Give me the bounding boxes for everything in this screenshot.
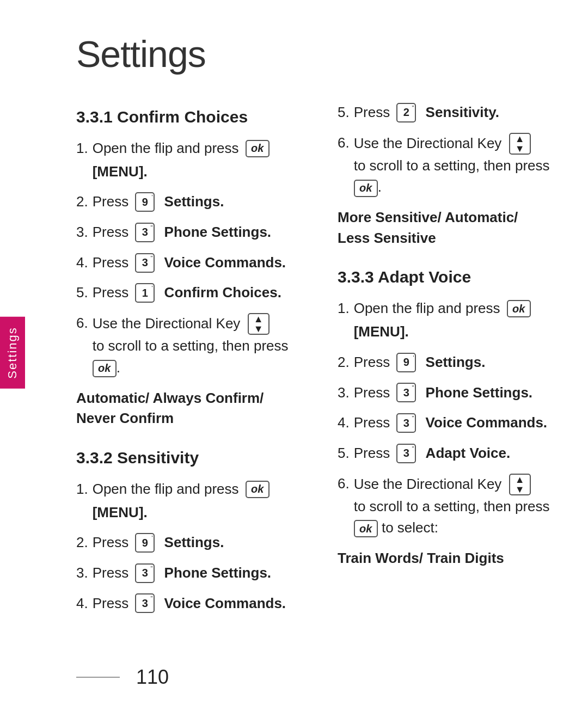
dir-key-icon: ▲▼ <box>248 313 270 335</box>
step-333-1: 1. Open the flip and press ok [MENU]. <box>338 298 555 342</box>
step-331-4: 4. Press 3" Voice Commands. <box>76 253 294 273</box>
step-333-4: 4. Press 3" Voice Commands. <box>338 413 555 433</box>
sidebar-label: Settings <box>5 327 19 379</box>
key-9c-icon: 9' <box>396 353 416 372</box>
page-number: 110 <box>136 666 169 689</box>
dir-key-2-icon: ▲▼ <box>509 133 531 155</box>
key-1-icon: 1' <box>135 283 155 303</box>
step-331-2: 2. Press 9' Settings. <box>76 192 294 212</box>
footer-divider <box>76 677 120 678</box>
key-3d-icon: 3" <box>135 593 155 613</box>
footer: 110 <box>33 655 588 705</box>
two-col-layout: 3.3.1 Confirm Choices 1. Open the flip a… <box>76 102 555 623</box>
page-container: Settings Settings 3.3.1 Confirm Choices … <box>0 0 588 705</box>
key-3f-icon: 3" <box>396 413 416 433</box>
key-2-icon: 2" <box>396 103 416 122</box>
section-333-heading: 3.3.3 Adapt Voice <box>338 268 555 286</box>
ok-key-icon: ok <box>246 140 270 157</box>
note-333: Train Words/ Train Digits <box>338 548 555 569</box>
key-3g-icon: 3" <box>396 444 416 463</box>
step-333-3: 3. Press 3" Phone Settings. <box>338 383 555 403</box>
key-9-icon: 9' <box>135 192 155 212</box>
ok-key-5-icon: ok <box>507 300 531 317</box>
sidebar-tab: Settings <box>0 317 25 389</box>
section-331-heading: 3.3.1 Confirm Choices <box>76 108 294 126</box>
step-332-4: 4. Press 3" Voice Commands. <box>76 593 294 614</box>
step-331-5: 5. Press 1' Confirm Choices. <box>76 283 294 303</box>
step-332r-6: 6. Use the Directional Key ▲▼ to scroll … <box>338 133 555 198</box>
step-332-3: 3. Press 3" Phone Settings. <box>76 563 294 584</box>
key-3c-icon: 3" <box>135 563 155 583</box>
page-title: Settings <box>76 33 555 75</box>
key-3a-icon: 3" <box>135 223 155 242</box>
step-331-1: 1. Open the flip and press ok [MENU]. <box>76 138 294 182</box>
key-9b-icon: 9' <box>135 533 155 553</box>
ok-key-2-icon: ok <box>93 360 117 377</box>
step-331-3: 3. Press 3" Phone Settings. <box>76 222 294 243</box>
note-332: More Sensitive/ Automatic/Less Sensitive <box>338 207 555 248</box>
step-331-6: 6. Use the Directional Key ▲▼ to scroll … <box>76 313 294 378</box>
step-332r-5: 5. Press 2" Sensitivity. <box>338 102 555 123</box>
step-333-6: 6. Use the Directional Key ▲▼ to scroll … <box>338 474 555 538</box>
right-column: 5. Press 2" Sensitivity. 6. Use the Dire… <box>338 102 555 623</box>
section-332-heading: 3.3.2 Sensitivity <box>76 449 294 467</box>
title-area: Settings <box>76 33 555 75</box>
step-332-1: 1. Open the flip and press ok [MENU]. <box>76 479 294 523</box>
note-331: Automatic/ Always Confirm/Never Confirm <box>76 388 294 429</box>
key-3b-icon: 3" <box>135 253 155 273</box>
step-332-2: 2. Press 9' Settings. <box>76 532 294 553</box>
ok-key-6-icon: ok <box>354 520 378 537</box>
left-column: 3.3.1 Confirm Choices 1. Open the flip a… <box>76 102 294 623</box>
dir-key-3-icon: ▲▼ <box>509 474 531 495</box>
step-333-2: 2. Press 9' Settings. <box>338 352 555 373</box>
ok-key-3-icon: ok <box>246 481 270 498</box>
main-content: Settings 3.3.1 Confirm Choices 1. Open t… <box>33 0 588 655</box>
step-333-5: 5. Press 3" Adapt Voice. <box>338 443 555 464</box>
key-3e-icon: 3" <box>396 383 416 402</box>
ok-key-4-icon: ok <box>354 180 378 197</box>
